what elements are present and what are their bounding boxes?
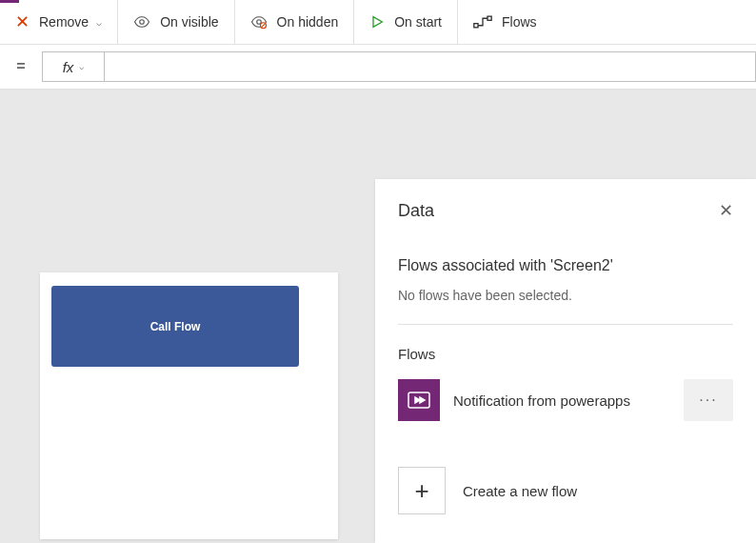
call-flow-button[interactable]: Call Flow — [51, 286, 299, 367]
associated-flows-empty: No flows have been selected. — [398, 288, 733, 303]
close-panel-button[interactable]: ✕ — [719, 200, 733, 221]
formula-input[interactable] — [105, 51, 756, 82]
on-start-label: On start — [394, 14, 442, 30]
top-toolbar: ✕ Remove ⌵ On visible On hidden On start… — [0, 0, 756, 45]
flow-item: Notification from powerapps ··· — [398, 379, 733, 421]
play-icon — [369, 14, 385, 30]
on-hidden-label: On hidden — [277, 14, 339, 30]
flow-more-button[interactable]: ··· — [684, 379, 733, 421]
chevron-down-icon: ⌵ — [96, 17, 102, 28]
flows-icon — [473, 14, 492, 30]
create-flow-label[interactable]: Create a new flow — [463, 483, 577, 499]
svg-marker-4 — [373, 17, 382, 28]
chevron-down-icon: ⌵ — [79, 62, 84, 71]
data-panel: Data ✕ Flows associated with 'Screen2' N… — [375, 179, 756, 543]
flow-app-icon — [398, 379, 440, 421]
remove-button[interactable]: ✕ Remove ⌵ — [0, 0, 118, 44]
equals-symbol: = — [0, 58, 42, 75]
on-visible-label: On visible — [160, 14, 218, 30]
fx-dropdown[interactable]: fx ⌵ — [42, 51, 105, 82]
flows-button[interactable]: Flows — [458, 0, 552, 44]
flows-label: Flows — [502, 14, 537, 30]
flow-name[interactable]: Notification from powerapps — [453, 392, 670, 409]
svg-rect-5 — [474, 24, 478, 28]
svg-marker-9 — [420, 397, 425, 403]
svg-point-0 — [140, 20, 145, 25]
flows-heading: Flows — [398, 346, 733, 362]
panel-title: Data — [398, 201, 434, 221]
fx-label: fx — [63, 59, 74, 75]
canvas-area: Call Flow Data ✕ Flows associated with '… — [0, 90, 756, 543]
svg-rect-6 — [487, 16, 491, 20]
plus-icon: + — [414, 476, 428, 506]
on-start-button[interactable]: On start — [354, 0, 458, 44]
associated-flows-title: Flows associated with 'Screen2' — [398, 257, 733, 274]
create-flow-row: + Create a new flow — [398, 467, 733, 514]
divider — [398, 324, 733, 325]
eye-icon — [133, 13, 150, 30]
remove-x-icon: ✕ — [15, 11, 30, 32]
eye-off-icon — [250, 13, 268, 30]
on-hidden-button[interactable]: On hidden — [235, 0, 355, 44]
screen-preview[interactable]: Call Flow — [40, 272, 338, 539]
call-flow-label: Call Flow — [150, 320, 201, 333]
remove-label: Remove — [39, 14, 89, 30]
create-flow-button[interactable]: + — [398, 467, 446, 514]
formula-bar: = fx ⌵ — [0, 45, 756, 90]
svg-point-1 — [256, 20, 261, 25]
on-visible-button[interactable]: On visible — [118, 0, 234, 44]
more-icon: ··· — [699, 392, 717, 409]
close-icon: ✕ — [719, 201, 733, 220]
